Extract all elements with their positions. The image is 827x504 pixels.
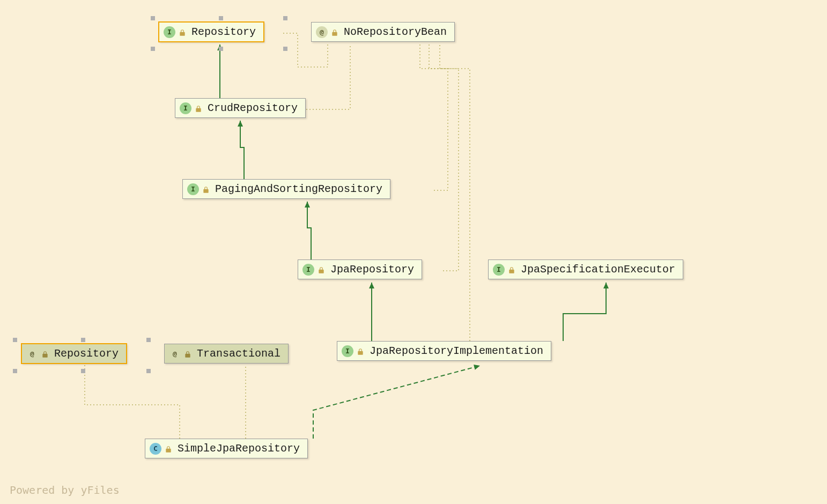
node-repository[interactable]: I Repository (159, 22, 264, 42)
node-label: JpaRepositoryImplementation (370, 345, 543, 357)
edge-paging-to-norepobe (420, 45, 448, 190)
interface-icon: I (180, 102, 191, 114)
node-label: Repository (191, 26, 256, 38)
node-label: JpaRepository (330, 263, 414, 276)
selection-handle[interactable] (13, 369, 17, 373)
selection-handle[interactable] (13, 338, 17, 342)
lock-icon (41, 350, 49, 358)
interface-icon: I (493, 264, 505, 276)
annotation-icon: @ (316, 26, 328, 38)
node-label: Transactional (197, 347, 280, 360)
lock-icon (179, 28, 186, 36)
node-simplejparepository[interactable]: C SimpleJpaRepository (145, 439, 308, 458)
node-jparepository[interactable]: I JpaRepository (298, 260, 422, 279)
selection-handle[interactable] (81, 338, 85, 342)
interface-icon: I (164, 26, 175, 38)
annotation-icon: @ (26, 348, 38, 360)
selection-handle[interactable] (283, 16, 287, 20)
edge-simplejpa-to-repoanno (85, 365, 180, 439)
lock-icon (357, 347, 364, 355)
node-label: SimpleJpaRepository (178, 442, 300, 455)
edge-jparepoimpl-to-jpaspecexec (563, 283, 606, 341)
node-label: JpaSpecificationExecutor (521, 263, 675, 276)
selection-handle[interactable] (219, 47, 223, 51)
selection-handle[interactable] (146, 369, 151, 373)
edge-jparepo-to-paging (307, 202, 311, 260)
diagram-canvas[interactable]: I Repository @ NoRepositoryBean I CrudRe… (0, 0, 827, 504)
lock-icon (195, 105, 202, 112)
node-transactional[interactable]: @ Transactional (164, 344, 289, 364)
node-label: Repository (54, 347, 119, 360)
selection-handle[interactable] (146, 338, 151, 342)
selection-handle[interactable] (151, 16, 155, 20)
node-label: CrudRepository (208, 102, 298, 114)
interface-icon: I (342, 345, 353, 357)
lock-icon (184, 350, 191, 358)
selection-handle[interactable] (151, 47, 155, 51)
selection-handle[interactable] (81, 369, 85, 373)
node-label: NoRepositoryBean (344, 26, 447, 38)
node-label: PagingAndSortingRepository (215, 183, 382, 195)
node-jparepositoryimplementation[interactable]: I JpaRepositoryImplementation (337, 341, 551, 361)
node-crudrepository[interactable]: I CrudRepository (175, 98, 306, 118)
lock-icon (317, 266, 325, 273)
powered-by-footer: Powered by yFiles (10, 484, 120, 496)
edges-layer (0, 0, 827, 504)
interface-icon: I (302, 264, 314, 276)
edge-jparepo-to-norepobe (429, 45, 459, 271)
edge-crud-to-norepobe (306, 45, 350, 109)
edge-paging-to-crud (240, 121, 244, 179)
edge-jparepoimpl-to-norepobe (440, 45, 470, 341)
lock-icon (331, 28, 338, 36)
selection-handle[interactable] (219, 16, 223, 20)
node-norepositorybean[interactable]: @ NoRepositoryBean (311, 22, 455, 42)
lock-icon (508, 266, 515, 273)
node-jpaspecificationexecutor[interactable]: I JpaSpecificationExecutor (488, 260, 683, 279)
annotation-icon: @ (169, 348, 181, 360)
class-icon: C (150, 443, 161, 455)
edge-simplejpa-to-jparepoimpl (313, 366, 480, 439)
node-repository-annotation[interactable]: @ Repository (21, 344, 127, 364)
lock-icon (202, 186, 210, 193)
lock-icon (165, 445, 172, 453)
selection-handle[interactable] (283, 47, 287, 51)
interface-icon: I (187, 183, 199, 195)
node-pagingandsortingrepository[interactable]: I PagingAndSortingRepository (182, 179, 390, 199)
